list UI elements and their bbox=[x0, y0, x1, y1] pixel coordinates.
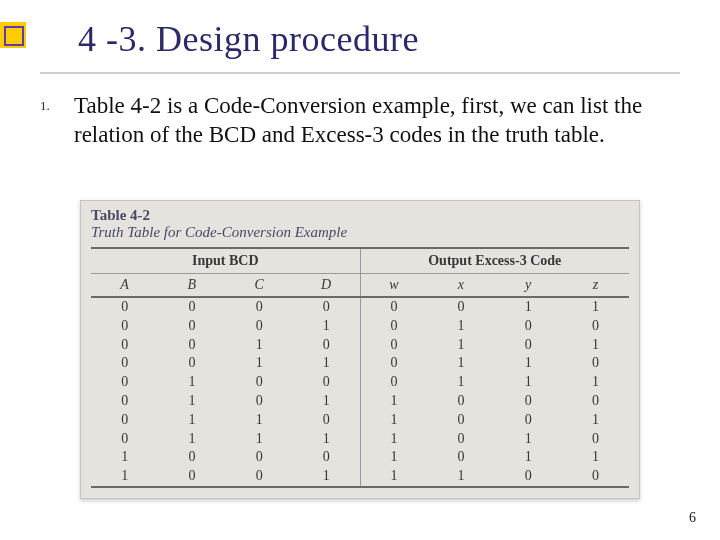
cell-y: 1 bbox=[495, 430, 562, 449]
cell-B: 0 bbox=[158, 467, 225, 487]
cell-w: 0 bbox=[360, 373, 427, 392]
cell-x: 0 bbox=[427, 411, 494, 430]
cell-y: 1 bbox=[495, 297, 562, 317]
cell-B: 1 bbox=[158, 373, 225, 392]
cell-x: 0 bbox=[427, 448, 494, 467]
cell-y: 0 bbox=[495, 317, 562, 336]
table-row: 00000011 bbox=[91, 297, 629, 317]
cell-C: 0 bbox=[226, 373, 293, 392]
var-B: B bbox=[158, 274, 225, 298]
table-row: 00110110 bbox=[91, 354, 629, 373]
cell-w: 0 bbox=[360, 336, 427, 355]
cell-D: 1 bbox=[293, 392, 360, 411]
cell-B: 1 bbox=[158, 430, 225, 449]
cell-y: 0 bbox=[495, 411, 562, 430]
cell-x: 0 bbox=[427, 392, 494, 411]
cell-w: 0 bbox=[360, 354, 427, 373]
body-row: 1. Table 4-2 is a Code-Conversion exampl… bbox=[40, 92, 680, 150]
cell-A: 0 bbox=[91, 430, 158, 449]
cell-C: 1 bbox=[226, 336, 293, 355]
slide-title: 4 -3. Design procedure bbox=[78, 18, 419, 60]
cell-B: 1 bbox=[158, 392, 225, 411]
cell-x: 0 bbox=[427, 430, 494, 449]
cell-x: 1 bbox=[427, 373, 494, 392]
cell-w: 1 bbox=[360, 392, 427, 411]
cell-D: 0 bbox=[293, 448, 360, 467]
table-row: 01101001 bbox=[91, 411, 629, 430]
var-z: z bbox=[562, 274, 629, 298]
table-row: 10011100 bbox=[91, 467, 629, 487]
cell-z: 0 bbox=[562, 317, 629, 336]
body-text: Table 4-2 is a Code-Conversion example, … bbox=[74, 92, 680, 150]
cell-A: 1 bbox=[91, 467, 158, 487]
cell-y: 1 bbox=[495, 354, 562, 373]
cell-B: 0 bbox=[158, 448, 225, 467]
truth-table: Input BCD Output Excess-3 Code A B C D w… bbox=[91, 247, 629, 488]
output-group-header: Output Excess-3 Code bbox=[360, 248, 629, 274]
figure-label: Table 4-2 bbox=[91, 207, 629, 224]
cell-D: 1 bbox=[293, 467, 360, 487]
cell-z: 0 bbox=[562, 354, 629, 373]
title-underline bbox=[40, 72, 680, 74]
cell-D: 0 bbox=[293, 297, 360, 317]
cell-A: 0 bbox=[91, 317, 158, 336]
var-w: w bbox=[360, 274, 427, 298]
cell-C: 1 bbox=[226, 411, 293, 430]
page-number: 6 bbox=[689, 510, 696, 526]
cell-B: 0 bbox=[158, 297, 225, 317]
var-y: y bbox=[495, 274, 562, 298]
figure-subtitle: Truth Table for Code-Conversion Example bbox=[91, 224, 629, 241]
cell-w: 1 bbox=[360, 411, 427, 430]
cell-D: 0 bbox=[293, 411, 360, 430]
cell-z: 1 bbox=[562, 373, 629, 392]
input-group-header: Input BCD bbox=[91, 248, 360, 274]
cell-z: 1 bbox=[562, 336, 629, 355]
cell-w: 1 bbox=[360, 467, 427, 487]
body-area: 1. Table 4-2 is a Code-Conversion exampl… bbox=[40, 92, 680, 150]
cell-B: 1 bbox=[158, 411, 225, 430]
cell-x: 0 bbox=[427, 297, 494, 317]
table-row: 01111010 bbox=[91, 430, 629, 449]
cell-y: 0 bbox=[495, 392, 562, 411]
cell-C: 0 bbox=[226, 317, 293, 336]
cell-D: 1 bbox=[293, 430, 360, 449]
cell-A: 0 bbox=[91, 392, 158, 411]
cell-y: 0 bbox=[495, 467, 562, 487]
cell-y: 1 bbox=[495, 373, 562, 392]
cell-w: 0 bbox=[360, 297, 427, 317]
table-head: Input BCD Output Excess-3 Code A B C D w… bbox=[91, 248, 629, 297]
truth-table-figure: Table 4-2 Truth Table for Code-Conversio… bbox=[80, 200, 640, 499]
cell-D: 0 bbox=[293, 373, 360, 392]
cell-C: 0 bbox=[226, 448, 293, 467]
table-row: 00100101 bbox=[91, 336, 629, 355]
cell-B: 0 bbox=[158, 354, 225, 373]
cell-C: 0 bbox=[226, 297, 293, 317]
cell-D: 1 bbox=[293, 354, 360, 373]
cell-D: 1 bbox=[293, 317, 360, 336]
var-x: x bbox=[427, 274, 494, 298]
cell-z: 0 bbox=[562, 392, 629, 411]
cell-C: 0 bbox=[226, 392, 293, 411]
cell-x: 1 bbox=[427, 336, 494, 355]
table-row: 01011000 bbox=[91, 392, 629, 411]
var-A: A bbox=[91, 274, 158, 298]
cell-B: 0 bbox=[158, 317, 225, 336]
cell-x: 1 bbox=[427, 354, 494, 373]
cell-A: 0 bbox=[91, 354, 158, 373]
table-row: 00010100 bbox=[91, 317, 629, 336]
cell-z: 1 bbox=[562, 448, 629, 467]
cell-z: 0 bbox=[562, 467, 629, 487]
cell-w: 1 bbox=[360, 448, 427, 467]
cell-w: 1 bbox=[360, 430, 427, 449]
slide: 4 -3. Design procedure 1. Table 4-2 is a… bbox=[0, 0, 720, 540]
cell-A: 0 bbox=[91, 336, 158, 355]
table-row: 01000111 bbox=[91, 373, 629, 392]
table-row: 10001011 bbox=[91, 448, 629, 467]
cell-z: 0 bbox=[562, 430, 629, 449]
group-header-row: Input BCD Output Excess-3 Code bbox=[91, 248, 629, 274]
cell-y: 0 bbox=[495, 336, 562, 355]
cell-x: 1 bbox=[427, 317, 494, 336]
var-header-row: A B C D w x y z bbox=[91, 274, 629, 298]
cell-w: 0 bbox=[360, 317, 427, 336]
var-D: D bbox=[293, 274, 360, 298]
